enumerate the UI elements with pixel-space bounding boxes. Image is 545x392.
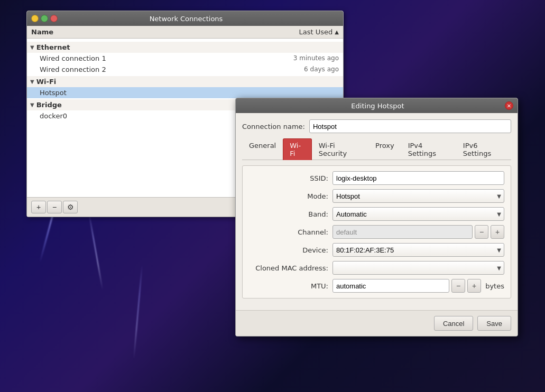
lightning-decoration-2 [88,212,103,290]
ssid-label: SSID: [249,174,328,182]
mtu-bytes-label: bytes [485,282,504,290]
add-connection-button[interactable]: + [31,201,46,213]
channel-control: − + [332,225,504,239]
docker0-name: docker0 [40,112,67,120]
list-item[interactable]: Hotspot [27,87,343,98]
col-name-header: Name [31,28,53,36]
minimize-button[interactable] [31,15,39,22]
connection-name-input[interactable] [309,119,511,133]
mtu-row: MTU: − + bytes [249,279,504,293]
device-select-wrapper: 80:1F:02:AF:3E:75 ▼ [332,243,504,257]
mtu-control: − + bytes [332,279,504,293]
cloned-mac-select-wrapper: ▼ [332,261,504,275]
mtu-decrement-button[interactable]: − [451,279,465,293]
wifi-expand-icon: ▼ [30,79,34,85]
tab-ipv4[interactable]: IPv4 Settings [401,138,456,160]
nc-window-title: Network Connections [58,15,315,23]
tab-wifi-security[interactable]: Wi-Fi Security [312,138,368,160]
ssid-input[interactable] [332,171,504,185]
device-label: Device: [249,246,328,254]
mtu-input[interactable] [332,279,449,293]
sort-arrow-icon: ▲ [335,29,339,35]
channel-row: Channel: − + [249,225,504,239]
ssid-row: SSID: [249,171,504,185]
tab-proxy[interactable]: Proxy [368,138,401,160]
nc-column-headers: Name Last Used ▲ [27,26,343,39]
band-label: Band: [249,210,328,218]
band-select-wrapper: Automatic A (5 GHz) B/G (2.4 GHz) ▼ [332,207,504,221]
wifi-group-label: Wi-Fi [36,78,57,86]
edit-dialog-footer: Cancel Save [236,310,518,336]
list-item[interactable]: Wired connection 1 3 minutes ago [27,53,343,64]
lightning-decoration-3 [133,264,143,359]
wired-conn2-name: Wired connection 2 [40,66,106,73]
cancel-button[interactable]: Cancel [434,316,473,331]
mode-select[interactable]: Hotspot Infrastructure Ad-hoc AP [332,189,504,203]
edit-tabs: General Wi-Fi Wi-Fi Security Proxy IPv4 … [242,138,511,160]
bridge-group-label: Bridge [36,101,62,109]
wifi-form-section: SSID: Mode: Hotspot Infrastructure Ad-ho… [242,165,511,298]
tab-general[interactable]: General [242,138,283,160]
edit-dialog-title: Editing Hotspot [251,102,505,110]
editing-hotspot-dialog: Editing Hotspot ✕ Connection name: Gener… [235,98,518,337]
channel-decrement-button[interactable]: − [475,225,488,239]
mtu-label: MTU: [249,282,328,290]
save-button[interactable]: Save [477,316,511,331]
close-button[interactable] [50,15,58,22]
col-lastused-header: Last Used ▲ [299,28,339,36]
cloned-mac-row: Cloned MAC address: ▼ [249,261,504,275]
wired-conn1-name: Wired connection 1 [40,54,106,62]
wired-conn2-time: 6 days ago [304,66,339,73]
cloned-mac-label: Cloned MAC address: [249,264,328,272]
window-controls [31,15,58,22]
band-row: Band: Automatic A (5 GHz) B/G (2.4 GHz) … [249,207,504,221]
remove-connection-button[interactable]: − [47,201,62,213]
mode-label: Mode: [249,192,328,200]
settings-button[interactable]: ⚙ [63,201,78,213]
wifi-group: ▼ Wi-Fi Hotspot [27,76,343,98]
hotspot-name: Hotspot [40,89,67,97]
device-select[interactable]: 80:1F:02:AF:3E:75 [332,243,504,257]
ethernet-group-label: Ethernet [36,43,70,51]
bridge-expand-icon: ▼ [30,102,34,108]
nc-titlebar: Network Connections [27,11,343,26]
mode-row: Mode: Hotspot Infrastructure Ad-hoc AP ▼ [249,189,504,203]
cloned-mac-select[interactable] [332,261,504,275]
wifi-group-header[interactable]: ▼ Wi-Fi [27,76,343,87]
wired-conn1-time: 3 minutes ago [293,54,339,62]
mode-select-wrapper: Hotspot Infrastructure Ad-hoc AP ▼ [332,189,504,203]
band-select[interactable]: Automatic A (5 GHz) B/G (2.4 GHz) [332,207,504,221]
tab-wifi[interactable]: Wi-Fi [283,138,311,160]
connection-name-label: Connection name: [242,123,305,130]
channel-input[interactable] [332,225,473,239]
tab-ipv6[interactable]: IPv6 Settings [456,138,511,160]
edit-dialog-content: Connection name: General Wi-Fi Wi-Fi Sec… [236,113,518,310]
edit-close-button[interactable]: ✕ [505,101,513,110]
channel-increment-button[interactable]: + [491,225,504,239]
mtu-increment-button[interactable]: + [467,279,481,293]
connection-name-row: Connection name: [242,119,511,133]
edit-titlebar: Editing Hotspot ✕ [236,98,518,113]
ethernet-group: ▼ Ethernet Wired connection 1 3 minutes … [27,42,343,75]
ethernet-expand-icon: ▼ [30,44,34,50]
device-row: Device: 80:1F:02:AF:3E:75 ▼ [249,243,504,257]
list-item[interactable]: Wired connection 2 6 days ago [27,64,343,75]
ethernet-group-header[interactable]: ▼ Ethernet [27,42,343,53]
channel-label: Channel: [249,228,328,236]
maximize-button[interactable] [41,15,48,22]
